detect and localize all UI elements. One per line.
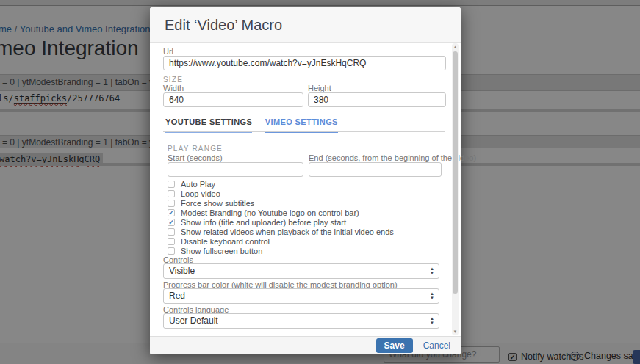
scrollbar-thumb[interactable] [453,51,458,294]
checkbox[interactable]: ✓ [168,200,175,207]
checkbox-row-show-info[interactable]: ✓ Show info (title and uploader) before … [168,217,346,227]
stepper-icon: ▲▼ [430,266,434,275]
checkbox-label: Disable keyboard control [181,237,270,246]
checkbox-label: Show related videos when playback of the… [181,228,394,236]
checkbox[interactable]: ✓ [168,219,175,226]
stepper-down-icon: ▼ [430,296,434,300]
checkbox-label: Show info (title and uploader) before pl… [181,218,346,227]
width-input[interactable]: 640 [163,92,303,107]
checkbox[interactable]: ✓ [168,228,175,236]
stepper-icon: ▲▼ [430,291,434,300]
screen: me / Youtube and Vimeo Integration meo I… [0,0,640,364]
edit-video-macro-dialog: Edit ‘Video’ Macro Url https://www.youtu… [150,7,461,354]
url-input[interactable]: https://www.youtube.com/watch?v=yJnEskHq… [163,56,446,70]
checkbox-row-related-videos[interactable]: ✓ Show related videos when playback of t… [168,227,394,236]
checkbox[interactable]: ✓ [168,190,175,197]
play-range-section-label: PLAY RANGE [168,145,223,153]
checkbox-row-modest-branding[interactable]: ✓ Modest Branding (no Youtube logo on co… [168,208,359,217]
select-value: Red [169,291,185,301]
width-label: Width [163,84,184,92]
checkbox-label: Force show subtitles [181,199,254,208]
checkbox-row-force-subtitles[interactable]: ✓ Force show subtitles [168,198,254,208]
dialog-header: Edit ‘Video’ Macro [150,7,461,43]
checkmark-icon: ✓ [168,209,174,216]
dialog-scrollbar[interactable]: ▲ ▼ [452,43,459,335]
checkbox-label: Loop video [181,189,220,198]
stepper-down-icon: ▼ [430,321,434,325]
tab-youtube-settings[interactable]: YOUTUBE SETTINGS [165,117,252,133]
size-section-label: SIZE [163,76,183,84]
checkmark-icon: ✓ [168,219,174,226]
height-label: Height [308,84,331,92]
settings-tabs: YOUTUBE SETTINGS VIMEO SETTINGS [165,117,338,133]
start-input[interactable] [168,162,303,177]
checkbox-row-loop-video[interactable]: ✓ Loop video [168,189,220,198]
checkbox-row-autoplay[interactable]: ✓ Auto Play [168,179,215,189]
start-label: Start (seconds) [168,153,223,162]
scroll-down-icon[interactable]: ▼ [452,330,459,334]
checkbox-label: Modest Branding (no Youtube logo on cont… [181,208,359,217]
checkbox-row-disable-keyboard[interactable]: ✓ Disable keyboard control [168,236,270,246]
dialog-footer: Save Cancel [150,336,461,354]
controls-select[interactable]: Visible ▲▼ [163,263,439,279]
checkbox[interactable]: ✓ [168,247,175,255]
height-input[interactable]: 380 [308,92,446,107]
tabs-rule [163,131,445,132]
select-value: User Default [169,316,218,326]
tab-vimeo-settings[interactable]: VIMEO SETTINGS [265,117,338,133]
select-value: Visible [169,266,195,276]
scroll-up-icon[interactable]: ▲ [452,45,459,49]
checkbox-row-fullscreen-button[interactable]: ✓ Show fullscreen button [168,246,262,255]
dialog-body: Url https://www.youtube.com/watch?v=yJnE… [150,43,461,336]
controls-language-select[interactable]: User Default ▲▼ [163,313,439,329]
dialog-title: Edit ‘Video’ Macro [165,17,461,34]
end-label: End (seconds, from the beginning of the … [309,153,476,162]
checkbox[interactable]: ✓ [168,238,175,245]
checkbox-label: Show fullscreen button [181,247,262,255]
cancel-button[interactable]: Cancel [423,341,450,351]
checkbox[interactable]: ✓ [168,181,175,188]
progress-bar-color-select[interactable]: Red ▲▼ [163,288,439,304]
save-button[interactable]: Save [376,338,413,353]
checkbox-label: Auto Play [181,180,215,189]
checkbox[interactable]: ✓ [168,209,175,216]
stepper-icon: ▲▼ [430,316,434,325]
end-input[interactable] [309,162,442,177]
stepper-down-icon: ▼ [430,271,434,275]
url-label: Url [163,47,173,56]
